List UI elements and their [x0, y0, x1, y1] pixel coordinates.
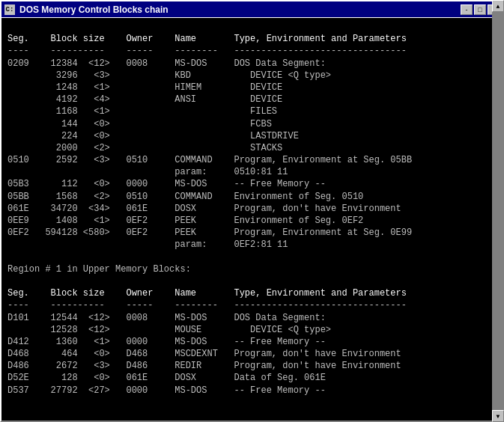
minimize-button[interactable]: -	[461, 4, 473, 15]
content-area: Seg. Block size Owner Name Type, Environ…	[1, 18, 503, 421]
scroll-track[interactable]	[492, 18, 503, 410]
window-title: DOS Memory Control Blocks chain	[19, 4, 461, 15]
memory-display: Seg. Block size Owner Name Type, Environ…	[7, 21, 497, 409]
scroll-down-button[interactable]: ▼	[492, 410, 503, 421]
scrollbar: ▲ ▼	[492, 18, 503, 421]
title-bar: C: DOS Memory Control Blocks chain - □ ×	[1, 1, 503, 18]
main-window: C: DOS Memory Control Blocks chain - □ ×…	[0, 0, 504, 422]
maximize-button[interactable]: □	[474, 4, 486, 15]
window-icon: C:	[4, 4, 15, 15]
